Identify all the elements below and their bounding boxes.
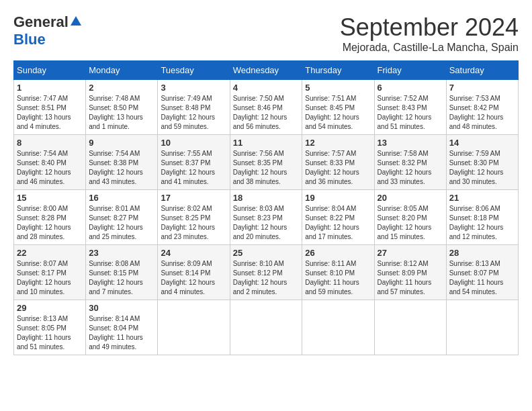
day-number: 21 (449, 193, 515, 203)
calendar-cell: 20Sunrise: 8:05 AMSunset: 8:20 PMDayligh… (374, 190, 446, 245)
day-info: Sunrise: 8:14 AMSunset: 8:04 PMDaylight:… (89, 314, 154, 352)
calendar-cell: 21Sunrise: 8:06 AMSunset: 8:18 PMDayligh… (446, 190, 518, 245)
day-info: Sunrise: 7:51 AMSunset: 8:45 PMDaylight:… (305, 94, 371, 132)
calendar-week-row: 29Sunrise: 8:13 AMSunset: 8:05 PMDayligh… (14, 300, 519, 355)
day-info: Sunrise: 7:54 AMSunset: 8:40 PMDaylight:… (17, 149, 83, 187)
col-header-sunday: Sunday (14, 61, 86, 80)
calendar-week-row: 1Sunrise: 7:47 AMSunset: 8:51 PMDaylight… (14, 80, 519, 135)
logo-blue: Blue (13, 31, 46, 48)
day-info: Sunrise: 7:54 AMSunset: 8:38 PMDaylight:… (89, 149, 154, 187)
logo: General Blue (13, 13, 81, 48)
calendar-cell: 25Sunrise: 8:10 AMSunset: 8:12 PMDayligh… (230, 245, 302, 300)
calendar-cell: 24Sunrise: 8:09 AMSunset: 8:14 PMDayligh… (158, 245, 230, 300)
calendar-cell: 15Sunrise: 8:00 AMSunset: 8:28 PMDayligh… (14, 190, 86, 245)
calendar-cell (374, 300, 446, 355)
col-header-friday: Friday (374, 61, 446, 80)
day-info: Sunrise: 8:12 AMSunset: 8:09 PMDaylight:… (378, 259, 443, 297)
day-info: Sunrise: 8:13 AMSunset: 8:05 PMDaylight:… (17, 314, 83, 352)
col-header-wednesday: Wednesday (230, 61, 302, 80)
day-number: 4 (233, 83, 300, 93)
day-number: 28 (449, 248, 515, 258)
day-number: 20 (378, 193, 443, 203)
calendar-cell: 16Sunrise: 8:01 AMSunset: 8:27 PMDayligh… (86, 190, 158, 245)
title-section: September 2024 Mejorada, Castille-La Man… (340, 13, 519, 54)
location-subtitle: Mejorada, Castille-La Mancha, Spain (340, 42, 519, 54)
day-info: Sunrise: 7:59 AMSunset: 8:30 PMDaylight:… (449, 149, 515, 187)
day-number: 14 (449, 138, 515, 148)
day-number: 3 (161, 83, 226, 93)
calendar-cell: 29Sunrise: 8:13 AMSunset: 8:05 PMDayligh… (14, 300, 86, 355)
logo-triangle-icon (71, 16, 81, 26)
day-number: 24 (161, 248, 226, 258)
calendar-cell: 9Sunrise: 7:54 AMSunset: 8:38 PMDaylight… (86, 135, 158, 190)
day-info: Sunrise: 7:48 AMSunset: 8:50 PMDaylight:… (89, 94, 154, 132)
day-number: 1 (17, 83, 83, 93)
day-number: 19 (305, 193, 371, 203)
day-info: Sunrise: 7:52 AMSunset: 8:43 PMDaylight:… (378, 94, 443, 132)
day-info: Sunrise: 8:11 AMSunset: 8:10 PMDaylight:… (305, 259, 371, 297)
calendar-cell (230, 300, 302, 355)
day-info: Sunrise: 7:57 AMSunset: 8:33 PMDaylight:… (305, 149, 371, 187)
col-header-monday: Monday (86, 61, 158, 80)
calendar-week-row: 22Sunrise: 8:07 AMSunset: 8:17 PMDayligh… (14, 245, 519, 300)
day-info: Sunrise: 8:01 AMSunset: 8:27 PMDaylight:… (89, 204, 154, 242)
day-info: Sunrise: 8:05 AMSunset: 8:20 PMDaylight:… (378, 204, 443, 242)
day-info: Sunrise: 7:50 AMSunset: 8:46 PMDaylight:… (233, 94, 300, 132)
day-info: Sunrise: 7:47 AMSunset: 8:51 PMDaylight:… (17, 94, 83, 132)
logo-general: General (13, 13, 69, 31)
calendar-cell: 10Sunrise: 7:55 AMSunset: 8:37 PMDayligh… (158, 135, 230, 190)
day-info: Sunrise: 8:10 AMSunset: 8:12 PMDaylight:… (233, 259, 300, 297)
day-number: 12 (305, 138, 371, 148)
col-header-saturday: Saturday (446, 61, 518, 80)
day-number: 26 (305, 248, 371, 258)
calendar-cell: 6Sunrise: 7:52 AMSunset: 8:43 PMDaylight… (374, 80, 446, 135)
day-info: Sunrise: 8:09 AMSunset: 8:14 PMDaylight:… (161, 259, 226, 297)
day-info: Sunrise: 8:03 AMSunset: 8:23 PMDaylight:… (233, 204, 300, 242)
calendar-cell: 5Sunrise: 7:51 AMSunset: 8:45 PMDaylight… (302, 80, 374, 135)
calendar-cell: 3Sunrise: 7:49 AMSunset: 8:48 PMDaylight… (158, 80, 230, 135)
calendar-cell: 18Sunrise: 8:03 AMSunset: 8:23 PMDayligh… (230, 190, 302, 245)
calendar-cell (446, 300, 518, 355)
calendar-week-row: 15Sunrise: 8:00 AMSunset: 8:28 PMDayligh… (14, 190, 519, 245)
calendar-cell: 14Sunrise: 7:59 AMSunset: 8:30 PMDayligh… (446, 135, 518, 190)
calendar-cell: 7Sunrise: 7:53 AMSunset: 8:42 PMDaylight… (446, 80, 518, 135)
day-info: Sunrise: 7:55 AMSunset: 8:37 PMDaylight:… (161, 149, 226, 187)
day-number: 11 (233, 138, 300, 148)
day-number: 22 (17, 248, 83, 258)
calendar-cell: 17Sunrise: 8:02 AMSunset: 8:25 PMDayligh… (158, 190, 230, 245)
day-number: 25 (233, 248, 300, 258)
calendar-cell: 13Sunrise: 7:58 AMSunset: 8:32 PMDayligh… (374, 135, 446, 190)
calendar-header-row: SundayMondayTuesdayWednesdayThursdayFrid… (14, 61, 519, 80)
calendar-cell: 23Sunrise: 8:08 AMSunset: 8:15 PMDayligh… (86, 245, 158, 300)
day-info: Sunrise: 8:04 AMSunset: 8:22 PMDaylight:… (305, 204, 371, 242)
calendar-cell: 30Sunrise: 8:14 AMSunset: 8:04 PMDayligh… (86, 300, 158, 355)
calendar-cell: 22Sunrise: 8:07 AMSunset: 8:17 PMDayligh… (14, 245, 86, 300)
day-info: Sunrise: 8:06 AMSunset: 8:18 PMDaylight:… (449, 204, 515, 242)
calendar-cell (302, 300, 374, 355)
day-number: 2 (89, 83, 154, 93)
day-number: 8 (17, 138, 83, 148)
day-info: Sunrise: 8:13 AMSunset: 8:07 PMDaylight:… (449, 259, 515, 297)
day-info: Sunrise: 7:53 AMSunset: 8:42 PMDaylight:… (449, 94, 515, 132)
calendar-cell: 8Sunrise: 7:54 AMSunset: 8:40 PMDaylight… (14, 135, 86, 190)
day-number: 16 (89, 193, 154, 203)
day-info: Sunrise: 8:07 AMSunset: 8:17 PMDaylight:… (17, 259, 83, 297)
day-info: Sunrise: 7:58 AMSunset: 8:32 PMDaylight:… (378, 149, 443, 187)
calendar-cell: 2Sunrise: 7:48 AMSunset: 8:50 PMDaylight… (86, 80, 158, 135)
calendar-cell: 26Sunrise: 8:11 AMSunset: 8:10 PMDayligh… (302, 245, 374, 300)
month-title: September 2024 (340, 13, 519, 42)
day-number: 7 (449, 83, 515, 93)
calendar-cell: 4Sunrise: 7:50 AMSunset: 8:46 PMDaylight… (230, 80, 302, 135)
calendar-cell: 12Sunrise: 7:57 AMSunset: 8:33 PMDayligh… (302, 135, 374, 190)
day-number: 27 (378, 248, 443, 258)
col-header-thursday: Thursday (302, 61, 374, 80)
calendar-week-row: 8Sunrise: 7:54 AMSunset: 8:40 PMDaylight… (14, 135, 519, 190)
page-header: General Blue September 2024 Mejorada, Ca… (13, 13, 519, 54)
calendar-cell: 27Sunrise: 8:12 AMSunset: 8:09 PMDayligh… (374, 245, 446, 300)
calendar-cell: 19Sunrise: 8:04 AMSunset: 8:22 PMDayligh… (302, 190, 374, 245)
col-header-tuesday: Tuesday (158, 61, 230, 80)
day-number: 13 (378, 138, 443, 148)
calendar-cell: 1Sunrise: 7:47 AMSunset: 8:51 PMDaylight… (14, 80, 86, 135)
day-info: Sunrise: 8:00 AMSunset: 8:28 PMDaylight:… (17, 204, 83, 242)
day-number: 17 (161, 193, 226, 203)
